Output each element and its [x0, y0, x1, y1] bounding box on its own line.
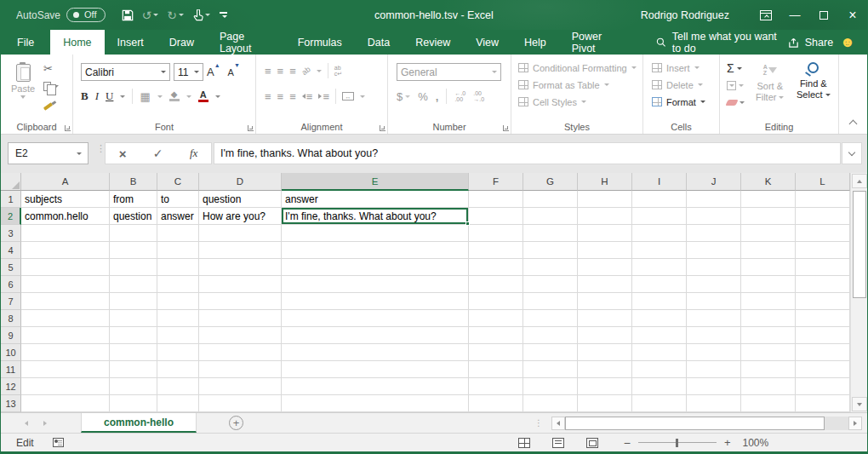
column-header-H[interactable]: H	[578, 173, 632, 191]
cell-B7[interactable]	[110, 293, 157, 310]
cell-F2[interactable]	[469, 208, 523, 225]
column-header-A[interactable]: A	[21, 173, 110, 191]
row-header-9[interactable]: 9	[1, 327, 21, 344]
tab-review[interactable]: Review	[403, 30, 463, 55]
cell-C8[interactable]	[157, 310, 199, 327]
fill-color-button[interactable]: ◆	[169, 91, 180, 101]
cell-K7[interactable]	[741, 293, 796, 310]
feedback-smiley-icon[interactable]: ☻	[840, 30, 855, 55]
cell-K8[interactable]	[741, 310, 796, 327]
cell-J9[interactable]	[687, 327, 741, 344]
cell-G9[interactable]	[523, 327, 578, 344]
touch-mouse-mode-button[interactable]	[190, 8, 213, 23]
decrease-indent-button[interactable]: ≡	[302, 91, 313, 102]
cell-styles-button[interactable]: Cell Styles	[518, 95, 637, 108]
save-button[interactable]	[119, 8, 136, 23]
borders-dropdown-icon[interactable]	[157, 95, 163, 98]
cell-C11[interactable]	[157, 361, 199, 378]
column-header-C[interactable]: C	[157, 173, 199, 191]
tab-formulas[interactable]: Formulas	[285, 30, 355, 55]
increase-font-size-button[interactable]: A▲	[207, 66, 225, 78]
tab-file[interactable]: File	[1, 30, 50, 55]
cell-J4[interactable]	[687, 242, 741, 259]
cell-I5[interactable]	[632, 259, 687, 276]
copy-button[interactable]	[43, 79, 59, 93]
cancel-button[interactable]: ×	[119, 147, 127, 161]
font-size-combo[interactable]: 11	[174, 63, 203, 81]
cell-F5[interactable]	[469, 259, 523, 276]
cell-B11[interactable]	[110, 361, 157, 378]
cell-D13[interactable]	[199, 395, 282, 412]
cell-C12[interactable]	[157, 378, 199, 395]
cell-G4[interactable]	[523, 242, 578, 259]
bottom-align-button[interactable]: ≡	[289, 66, 296, 77]
autosave-toggle[interactable]: Off	[66, 8, 105, 22]
accounting-format-button[interactable]: $	[397, 89, 403, 104]
row-header-13[interactable]: 13	[1, 395, 21, 412]
cell-J7[interactable]	[687, 293, 741, 310]
cell-I2[interactable]	[632, 208, 687, 225]
merge-center-dropdown-icon[interactable]	[360, 95, 365, 98]
cell-K9[interactable]	[741, 327, 796, 344]
expand-formula-bar-button[interactable]	[842, 142, 862, 164]
cell-J5[interactable]	[687, 259, 741, 276]
cell-L6[interactable]	[796, 276, 850, 293]
cell-F10[interactable]	[469, 344, 523, 361]
increase-indent-button[interactable]: ≡	[318, 91, 329, 102]
column-header-K[interactable]: K	[741, 173, 796, 191]
comma-style-button[interactable]: ,	[436, 90, 439, 103]
sheet-tab-common-hello[interactable]: common-hello	[81, 413, 197, 433]
cell-E11[interactable]	[282, 361, 469, 378]
vertical-scrollbar[interactable]	[850, 173, 867, 412]
cell-A8[interactable]	[21, 310, 110, 327]
cell-C2[interactable]: answer	[157, 208, 199, 225]
cell-J2[interactable]	[687, 208, 741, 225]
cell-E9[interactable]	[282, 327, 469, 344]
cell-G5[interactable]	[523, 259, 578, 276]
cell-H3[interactable]	[578, 225, 632, 242]
cell-F4[interactable]	[469, 242, 523, 259]
cell-B4[interactable]	[110, 242, 157, 259]
insert-cells-button[interactable]: Insert	[652, 61, 705, 74]
cell-I13[interactable]	[632, 395, 687, 412]
cell-B3[interactable]	[110, 225, 157, 242]
center-button[interactable]: ≡	[277, 91, 284, 102]
cell-J1[interactable]	[687, 191, 741, 208]
cell-H7[interactable]	[578, 293, 632, 310]
cell-G12[interactable]	[523, 378, 578, 395]
format-painter-button[interactable]	[43, 97, 59, 111]
cell-F13[interactable]	[469, 395, 523, 412]
cell-C13[interactable]	[157, 395, 199, 412]
middle-align-button[interactable]: ≡	[277, 66, 284, 77]
cell-H13[interactable]	[578, 395, 632, 412]
zoom-percentage[interactable]: 100%	[742, 437, 768, 449]
tab-view[interactable]: View	[463, 30, 511, 55]
row-header-12[interactable]: 12	[1, 378, 21, 395]
cell-A13[interactable]	[21, 395, 110, 412]
cell-E4[interactable]	[282, 242, 469, 259]
cell-D3[interactable]	[199, 225, 282, 242]
cell-L4[interactable]	[796, 242, 850, 259]
next-sheet-button[interactable]	[43, 421, 47, 426]
cell-E7[interactable]	[282, 293, 469, 310]
percent-style-button[interactable]: %	[418, 90, 428, 103]
scroll-left-button[interactable]	[551, 417, 565, 430]
cell-A12[interactable]	[21, 378, 110, 395]
ribbon-display-options-button[interactable]	[751, 0, 780, 30]
cell-A4[interactable]	[21, 242, 110, 259]
font-color-dropdown-icon[interactable]	[215, 95, 220, 98]
row-header-7[interactable]: 7	[1, 293, 21, 310]
cell-E12[interactable]	[282, 378, 469, 395]
cell-B9[interactable]	[110, 327, 157, 344]
cell-H6[interactable]	[578, 276, 632, 293]
zoom-out-button[interactable]: −	[624, 436, 631, 450]
cell-A5[interactable]	[21, 259, 110, 276]
row-header-1[interactable]: 1	[1, 191, 21, 208]
cell-K12[interactable]	[741, 378, 796, 395]
cell-E1[interactable]: answer	[282, 191, 469, 208]
cell-J13[interactable]	[687, 395, 741, 412]
insert-function-button[interactable]: fx	[190, 147, 197, 160]
cell-B6[interactable]	[110, 276, 157, 293]
cell-H4[interactable]	[578, 242, 632, 259]
cell-L2[interactable]	[796, 208, 850, 225]
